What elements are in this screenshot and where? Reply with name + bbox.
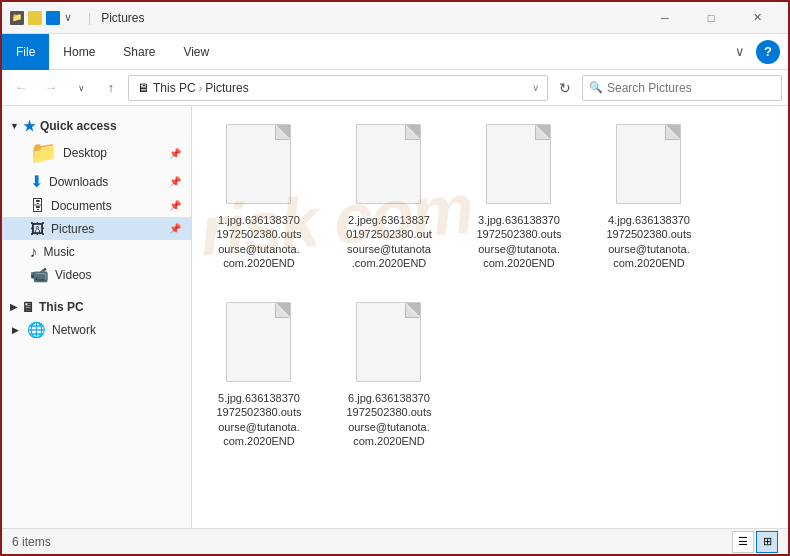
file-icon-4	[613, 124, 685, 209]
view-list-button[interactable]: ☰	[732, 531, 754, 553]
search-input[interactable]	[607, 81, 775, 95]
file-name-5: 5.jpg.6361383701972502380.outsourse@tuta…	[216, 391, 301, 448]
sidebar-item-desktop[interactable]: 📁 Desktop 📌	[2, 137, 191, 169]
up-button[interactable]: ↑	[98, 75, 124, 101]
tab-share[interactable]: Share	[109, 34, 169, 70]
file-item-1[interactable]: 1.jpg.6361383701972502380.outsourse@tuta…	[204, 118, 314, 276]
sidebar-item-network[interactable]: ▶ 🌐 Network	[2, 318, 191, 342]
minimize-button[interactable]: ─	[642, 2, 688, 34]
pictures-icon: 🖼	[30, 220, 45, 237]
path-dropdown-arrow[interactable]: ∨	[532, 82, 539, 93]
title-bar-left: 📁 ∨ | Pictures	[10, 11, 642, 25]
sidebar-item-downloads-label: Downloads	[49, 175, 163, 189]
file-item-4[interactable]: 4.jpg.6361383701972502380.outsourse@tuta…	[594, 118, 704, 276]
help-button[interactable]: ?	[756, 40, 780, 64]
forward-button[interactable]: →	[38, 75, 64, 101]
file-name-3: 3.jpg.6361383701972502380.outsourse@tuta…	[476, 213, 561, 270]
quick-access-toolbar: 📁 ∨	[10, 11, 72, 25]
sidebar-item-desktop-label: Desktop	[63, 146, 163, 160]
close-button[interactable]: ✕	[734, 2, 780, 34]
sidebar-item-documents[interactable]: 🗄 Documents 📌	[2, 194, 191, 217]
sidebar-item-pictures[interactable]: 🖼 Pictures 📌	[2, 217, 191, 240]
file-grid: 1.jpg.6361383701972502380.outsourse@tuta…	[204, 118, 776, 454]
file-page-5	[226, 302, 291, 382]
ribbon: File Home Share View ∨ ?	[2, 34, 788, 70]
file-icon-5	[223, 302, 295, 387]
file-item-5[interactable]: 5.jpg.6361383701972502380.outsourse@tuta…	[204, 296, 314, 454]
file-name-1: 1.jpg.6361383701972502380.outsourse@tuta…	[216, 213, 301, 270]
sidebar-this-pc-header[interactable]: ▶ 🖥 This PC	[2, 293, 191, 318]
sidebar-item-music-label: Music	[44, 245, 182, 259]
this-pc-icon: 🖥	[21, 299, 35, 315]
maximize-button[interactable]: □	[688, 2, 734, 34]
back-button[interactable]: ←	[8, 75, 34, 101]
sidebar-item-music[interactable]: ♪ Music	[2, 240, 191, 263]
this-pc-label: This PC	[39, 300, 84, 314]
sidebar-item-network-label: Network	[52, 323, 181, 337]
file-item-2[interactable]: 2.jpeg.6361383701972502380.outsourse@tut…	[334, 118, 444, 276]
file-area: 1.jpg.6361383701972502380.outsourse@tuta…	[192, 106, 788, 528]
path-separator-1: ›	[199, 82, 203, 94]
file-item-6[interactable]: 6.jpg.6361383701972502380.outsourse@tuta…	[334, 296, 444, 454]
tab-home[interactable]: Home	[49, 34, 109, 70]
network-chevron-icon: ▶	[12, 325, 19, 335]
file-page-4	[616, 124, 681, 204]
file-item-3[interactable]: 3.jpg.6361383701972502380.outsourse@tuta…	[464, 118, 574, 276]
downloads-pin-icon: 📌	[169, 176, 181, 187]
search-box[interactable]: 🔍	[582, 75, 782, 101]
path-part-thispc[interactable]: This PC	[153, 81, 196, 95]
status-bar: 6 items ☰ ⊞	[2, 528, 788, 554]
quick-access-label: Quick access	[40, 119, 117, 133]
sidebar-item-videos[interactable]: 📹 Videos	[2, 263, 191, 287]
qs-dropdown[interactable]: ∨	[64, 11, 72, 25]
tab-file[interactable]: File	[2, 34, 49, 70]
sidebar-item-downloads[interactable]: ⬇ Downloads 📌	[2, 169, 191, 194]
sidebar-item-documents-label: Documents	[51, 199, 163, 213]
address-path[interactable]: 🖥 This PC › Pictures ∨	[128, 75, 548, 101]
file-icon-1	[223, 124, 295, 209]
desktop-pin-icon: 📌	[169, 148, 181, 159]
qs-btn-1[interactable]: 📁	[10, 11, 24, 25]
file-icon-6	[353, 302, 425, 387]
quick-access-star-icon: ★	[23, 118, 36, 134]
file-icon-3	[483, 124, 555, 209]
view-buttons: ☰ ⊞	[732, 531, 778, 553]
window-separator: |	[88, 11, 91, 25]
file-name-4: 4.jpg.6361383701972502380.outsourse@tuta…	[606, 213, 691, 270]
title-controls: ─ □ ✕	[642, 2, 780, 34]
title-bar: 📁 ∨ | Pictures ─ □ ✕	[2, 2, 788, 34]
file-page-6	[356, 302, 421, 382]
sidebar-item-videos-label: Videos	[55, 268, 181, 282]
sidebar-quick-access-header[interactable]: ▼ ★ Quick access	[2, 112, 191, 137]
this-pc-chevron-icon: ▶	[10, 302, 17, 312]
downloads-icon: ⬇	[30, 172, 43, 191]
pictures-pin-icon: 📌	[169, 223, 181, 234]
file-name-2: 2.jpeg.6361383701972502380.outsourse@tut…	[346, 213, 432, 270]
status-item-count: 6 items	[12, 535, 732, 549]
path-icon: 🖥	[137, 81, 149, 95]
window-title: Pictures	[101, 11, 144, 25]
sidebar: ▼ ★ Quick access 📁 Desktop 📌 ⬇ Downloads…	[2, 106, 192, 528]
sidebar-item-pictures-label: Pictures	[51, 222, 163, 236]
dropdown-button[interactable]: ∨	[68, 75, 94, 101]
quick-access-chevron-icon: ▼	[10, 121, 19, 131]
file-icon-2	[353, 124, 425, 209]
documents-pin-icon: 📌	[169, 200, 181, 211]
explorer-window: 📁 ∨ | Pictures ─ □ ✕ File Home Share Vie…	[0, 0, 790, 556]
tab-view[interactable]: View	[169, 34, 223, 70]
file-name-6: 6.jpg.6361383701972502380.outsourse@tuta…	[346, 391, 431, 448]
documents-icon: 🗄	[30, 197, 45, 214]
qs-btn-2[interactable]	[28, 11, 42, 25]
refresh-button[interactable]: ↻	[552, 75, 578, 101]
file-page-2	[356, 124, 421, 204]
desktop-icon: 📁	[30, 140, 57, 166]
qs-btn-3[interactable]	[46, 11, 60, 25]
search-icon: 🔍	[589, 81, 603, 94]
view-large-icon: ⊞	[763, 535, 772, 548]
address-bar: ← → ∨ ↑ 🖥 This PC › Pictures ∨ ↻ 🔍	[2, 70, 788, 106]
ribbon-collapse-button[interactable]: ∨	[728, 40, 752, 64]
view-large-button[interactable]: ⊞	[756, 531, 778, 553]
main-area: ▼ ★ Quick access 📁 Desktop 📌 ⬇ Downloads…	[2, 106, 788, 528]
path-part-pictures[interactable]: Pictures	[205, 81, 248, 95]
music-icon: ♪	[30, 243, 38, 260]
